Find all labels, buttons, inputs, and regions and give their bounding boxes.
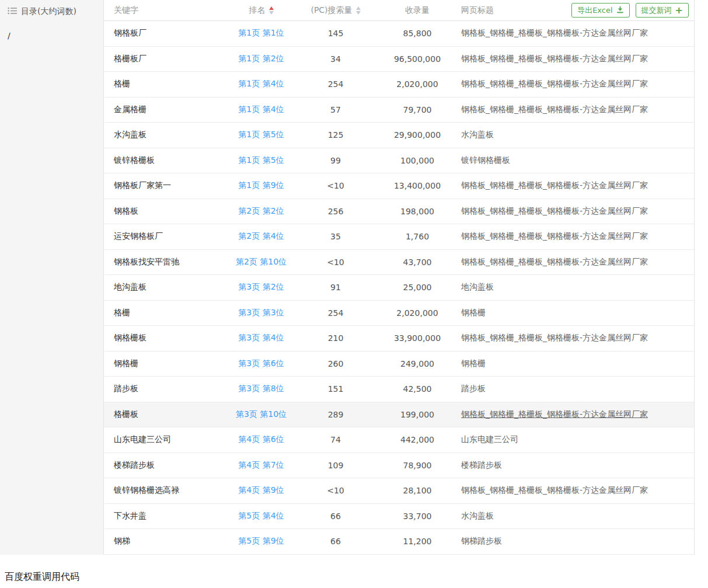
indexed-count-cell: 85,800 (376, 29, 458, 38)
indexed-count-cell: 198,000 (376, 207, 458, 216)
rank-cell: 第3页 第8位 (228, 384, 295, 394)
keyword-cell: 运安钢格板厂 (104, 231, 228, 242)
search-volume-cell: 34 (295, 54, 376, 64)
indexed-count-cell: 100,000 (376, 156, 458, 165)
indexed-count-cell: 79,700 (376, 105, 458, 114)
search-volume-cell: 151 (295, 384, 376, 394)
rank-link[interactable]: 第1页 第2位 (238, 54, 284, 63)
table-row: 格栅 第1页 第4位 254 2,020,000 钢格板_钢格栅_格栅板_钢格栅… (104, 72, 694, 98)
indexed-count-cell: 442,000 (376, 435, 458, 444)
indexed-count-cell: 13,400,000 (376, 181, 458, 190)
rank-cell: 第1页 第5位 (228, 155, 295, 166)
rank-cell: 第2页 第2位 (228, 206, 295, 217)
keyword-cell: 钢格板 (104, 206, 228, 217)
table-row: 钢格板厂家第一 第1页 第9位 <10 13,400,000 钢格板_钢格栅_格… (104, 173, 694, 199)
table-row: 水沟盖板 第1页 第5位 125 29,900,000 水沟盖板 (104, 123, 694, 148)
search-volume-cell: 256 (295, 207, 376, 216)
rank-link[interactable]: 第4页 第6位 (238, 434, 284, 444)
search-volume-cell: 66 (295, 537, 376, 546)
rank-cell: 第2页 第10位 (228, 257, 295, 267)
search-volume-cell: 210 (295, 333, 376, 343)
table-row: 钢梯 第5页 第9位 66 11,200 钢梯踏步板 (104, 529, 694, 555)
rank-cell: 第5页 第4位 (228, 511, 295, 521)
keyword-cell: 踏步板 (104, 384, 228, 394)
column-header-rank[interactable]: 排名 (228, 5, 295, 16)
indexed-count-cell: 33,900,000 (376, 333, 458, 343)
rank-link[interactable]: 第5页 第4位 (238, 511, 284, 520)
rank-link[interactable]: 第3页 第2位 (238, 282, 284, 291)
search-volume-cell: <10 (295, 486, 376, 495)
table-row: 镀锌格栅板 第1页 第5位 99 100,000 镀锌钢格栅板 (104, 148, 694, 174)
search-volume-cell: 125 (295, 130, 376, 140)
table-header: 关键字 排名 (PC)搜索量 收录量 网页标题 导出Excel (104, 0, 694, 21)
rank-cell: 第3页 第4位 (228, 333, 295, 343)
indexed-count-cell: 43,700 (376, 258, 458, 267)
rank-link[interactable]: 第1页 第5位 (238, 130, 284, 139)
rank-link[interactable]: 第5页 第9位 (238, 536, 284, 545)
rank-sort-icon[interactable] (269, 6, 274, 15)
page-title-cell: 踏步板 (458, 384, 694, 394)
rank-link[interactable]: 第1页 第4位 (238, 105, 284, 114)
page-title-cell: 钢格板_钢格栅_格栅板_钢格栅板-方达金属丝网厂家 (458, 485, 694, 496)
table-row: 钢格板找安平雷驰 第2页 第10位 <10 43,700 钢格板_钢格栅_格栅板… (104, 250, 694, 276)
submit-new-words-button[interactable]: 提交新词 + (636, 3, 689, 18)
rank-cell: 第3页 第2位 (228, 282, 295, 293)
keyword-cell: 格栅 (104, 308, 228, 318)
rank-link[interactable]: 第1页 第5位 (238, 155, 284, 165)
keyword-cell: 钢格板厂家第一 (104, 180, 228, 191)
keyword-rank-page: 目录(大约词数) / 关键字 排名 (PC)搜索量 收录量 网页标题 (0, 0, 708, 588)
keyword-cell: 水沟盖板 (104, 130, 228, 140)
rank-cell: 第4页 第6位 (228, 434, 295, 445)
search-volume-cell: 74 (295, 435, 376, 444)
list-icon (8, 7, 17, 16)
rank-link[interactable]: 第1页 第9位 (238, 180, 284, 190)
sidebar-item-root[interactable]: / (8, 31, 103, 40)
indexed-count-cell: 2,020,000 (376, 79, 458, 89)
table-row: 钢格板厂 第1页 第1位 145 85,800 钢格板_钢格栅_格栅板_钢格栅板… (104, 21, 694, 47)
rank-cell: 第4页 第7位 (228, 460, 295, 471)
search-volume-cell: <10 (295, 258, 376, 267)
rank-link[interactable]: 第1页 第1位 (238, 28, 284, 37)
rank-link[interactable]: 第3页 第3位 (238, 308, 284, 317)
rank-cell: 第1页 第1位 (228, 28, 295, 39)
rank-link[interactable]: 第2页 第2位 (238, 206, 284, 215)
table-row: 踏步板 第3页 第8位 151 42,500 踏步板 (104, 377, 694, 402)
indexed-count-cell: 249,000 (376, 359, 458, 368)
rank-link[interactable]: 第2页 第10位 (236, 257, 287, 266)
keyword-cell: 山东电建三公司 (104, 434, 228, 445)
indexed-count-cell: 29,900,000 (376, 130, 458, 140)
table-row: 钢格板 第2页 第2位 256 198,000 钢格板_钢格栅_格栅板_钢格栅板… (104, 199, 694, 225)
rank-link[interactable]: 第3页 第10位 (236, 409, 287, 419)
indexed-count-cell: 2,020,000 (376, 308, 458, 318)
keyword-cell: 格栅 (104, 79, 228, 89)
page-title-cell: 钢格栅 (458, 359, 694, 369)
search-volume-cell: 99 (295, 156, 376, 165)
column-header-search-label: (PC)搜索量 (311, 5, 352, 16)
directory-header: 目录(大约词数) (0, 0, 103, 17)
rank-link[interactable]: 第4页 第9位 (238, 485, 284, 495)
rank-link[interactable]: 第3页 第8位 (238, 384, 284, 393)
page-title-cell: 钢格板_钢格栅_格栅板_钢格栅板-方达金属丝网厂家 (458, 180, 694, 191)
rank-link[interactable]: 第3页 第6位 (238, 359, 284, 368)
page-title-cell: 钢格板_钢格栅_格栅板_钢格栅板-方达金属丝网厂家 (458, 333, 694, 343)
search-volume-cell: 57 (295, 105, 376, 114)
keyword-table: 关键字 排名 (PC)搜索量 收录量 网页标题 导出Excel (104, 0, 695, 555)
rank-cell: 第1页 第5位 (228, 130, 295, 140)
export-excel-button[interactable]: 导出Excel (571, 3, 629, 18)
rank-cell: 第3页 第10位 (228, 409, 295, 420)
table-row: 钢格栅板 第3页 第4位 210 33,900,000 钢格板_钢格栅_格栅板_… (104, 326, 694, 352)
table-row: 下水井盖 第5页 第4位 66 33,700 水沟盖板 (104, 504, 694, 530)
rank-link[interactable]: 第1页 第4位 (238, 79, 284, 88)
table-row: 金属格栅 第1页 第4位 57 79,700 钢格板_钢格栅_格栅板_钢格栅板-… (104, 98, 694, 123)
table-row: 格栅 第3页 第3位 254 2,020,000 钢格栅 (104, 301, 694, 326)
rank-link[interactable]: 第2页 第4位 (238, 231, 284, 241)
rank-cell: 第4页 第9位 (228, 485, 295, 496)
rank-cell: 第1页 第4位 (228, 105, 295, 115)
search-sort-icon[interactable] (356, 6, 361, 15)
indexed-count-cell: 28,100 (376, 486, 458, 495)
header-toolbar: 导出Excel 提交新词 + (571, 3, 689, 18)
column-header-search[interactable]: (PC)搜索量 (295, 5, 376, 16)
submit-new-words-label: 提交新词 (641, 5, 672, 16)
rank-link[interactable]: 第3页 第4位 (238, 333, 284, 342)
rank-link[interactable]: 第4页 第7位 (238, 460, 284, 469)
